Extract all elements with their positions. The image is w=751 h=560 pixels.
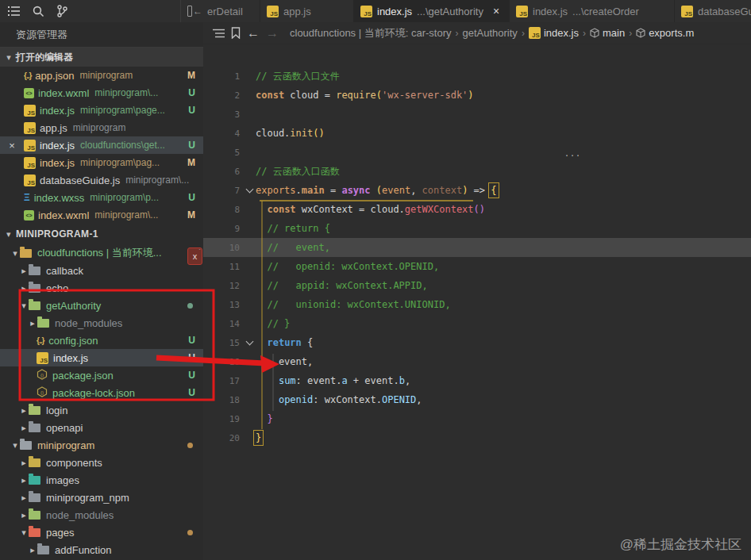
git-branch-icon[interactable] bbox=[54, 3, 70, 19]
tree-item-pages[interactable]: ▾pages bbox=[0, 524, 203, 541]
breadcrumb-segment[interactable]: getAuthority bbox=[463, 27, 518, 39]
code-line-20[interactable]: 20} bbox=[203, 428, 751, 447]
folder-icon bbox=[28, 300, 41, 311]
tab-index-js-getAuthority[interactable]: JSindex.js...\getAuthority× bbox=[354, 0, 510, 22]
chevron-right-icon[interactable]: ▸ bbox=[20, 475, 28, 485]
line-number: 9 bbox=[203, 224, 243, 234]
open-editor-item-index.js[interactable]: JSindex.jsminiprogram\pag...M bbox=[0, 154, 203, 171]
chevron-down-icon[interactable]: ▾ bbox=[11, 440, 19, 451]
tab-erDetail[interactable]: ←erDetail bbox=[181, 0, 260, 22]
fold-chevron-icon[interactable] bbox=[243, 189, 256, 192]
open-editors-header[interactable]: ▾ 打开的编辑器 bbox=[0, 48, 203, 67]
code-editor[interactable]: 1// 云函数入口文件2const cloud = require('wx-se… bbox=[203, 44, 751, 560]
code-line-15[interactable]: 15 return { bbox=[203, 333, 751, 352]
open-editor-item-app.js[interactable]: JSapp.jsminiprogram bbox=[0, 119, 203, 136]
code-line-8[interactable]: 8 const wxContext = cloud.getWXContext() bbox=[203, 200, 751, 219]
chevron-down-icon[interactable]: ▾ bbox=[20, 527, 28, 538]
token: exports bbox=[256, 185, 296, 196]
outline-list-icon[interactable] bbox=[213, 29, 225, 38]
tree-item-addFunction[interactable]: ▸addFunction bbox=[0, 541, 203, 558]
tree-item-getAuthority[interactable]: ▾getAuthority bbox=[0, 297, 203, 314]
breadcrumb-segment[interactable]: main bbox=[590, 27, 625, 39]
chevron-down-icon[interactable]: ▾ bbox=[20, 301, 28, 311]
code-line-9[interactable]: 9 // return { bbox=[203, 219, 751, 238]
tree-item-miniprogram[interactable]: ▾miniprogram bbox=[0, 436, 203, 454]
chevron-right-icon[interactable]: ▸ bbox=[20, 283, 28, 293]
tab-databaseGu[interactable]: JSdatabaseGu bbox=[675, 0, 751, 22]
chevron-right-icon[interactable]: ▸ bbox=[20, 510, 28, 520]
code-text: // } bbox=[256, 318, 290, 329]
code-line-1[interactable]: 1// 云函数入口文件 bbox=[203, 67, 751, 86]
code-text: // appid: wxContext.APPID, bbox=[256, 280, 428, 291]
tab-app-js[interactable]: JSapp.js bbox=[260, 0, 354, 22]
open-editor-item-databaseGuide.js[interactable]: JSdatabaseGuide.jsminiprogram\... bbox=[0, 171, 203, 189]
tree-item-node_modules[interactable]: ▸node_modules bbox=[0, 314, 203, 332]
code-line-5[interactable]: 5 bbox=[203, 143, 751, 162]
bookmark-icon[interactable] bbox=[231, 27, 241, 39]
tree-item-cloudfunctions-[interactable]: ▾cloudfunctions | 当前环境... bbox=[0, 244, 203, 262]
tree-item-openapi[interactable]: ▸openapi bbox=[0, 419, 203, 436]
tree-item-miniprogram_npm[interactable]: ▸miniprogram_npm bbox=[0, 489, 203, 506]
tree-item-echo[interactable]: ▸echo bbox=[0, 279, 203, 297]
tree-item-login[interactable]: ▸login bbox=[0, 401, 203, 419]
chevron-right-icon[interactable]: ▸ bbox=[29, 318, 37, 328]
menu-icon[interactable] bbox=[6, 3, 22, 19]
open-editor-item-index.wxss[interactable]: Ξindex.wxssminiprogram\p...U bbox=[0, 189, 203, 206]
code-line-10[interactable]: 10 // event, bbox=[203, 238, 751, 257]
parameter-hint-dots: ··· bbox=[564, 152, 581, 160]
tree-item-components[interactable]: ▸components bbox=[0, 454, 203, 471]
code-line-18[interactable]: 18 openid: wxContext.OPENID, bbox=[203, 390, 751, 409]
tree-item-callback[interactable]: ▸callback bbox=[0, 262, 203, 279]
code-line-19[interactable]: 19 } bbox=[203, 409, 751, 428]
tree-item-index-js[interactable]: JSindex.jsU bbox=[0, 349, 203, 366]
breadcrumb: cloudfunctions | 当前环境: car-story›getAuth… bbox=[290, 26, 694, 40]
token bbox=[371, 185, 376, 196]
tree-item-node_modules[interactable]: ▸node_modules bbox=[0, 506, 203, 524]
tree-item-package-json[interactable]: {}package.jsonU bbox=[0, 366, 203, 384]
breadcrumb-segment[interactable]: JSindex.js bbox=[529, 27, 579, 39]
chevron-right-icon[interactable]: ▸ bbox=[29, 545, 37, 555]
chevron-right-icon[interactable]: ▸ bbox=[20, 423, 28, 433]
tree-item-package-lock-json[interactable]: {}package-lock.jsonU bbox=[0, 384, 203, 401]
tab-index-js-createOrder[interactable]: JSindex.js...\createOrder bbox=[510, 0, 675, 22]
file-path: miniprogram\page... bbox=[80, 105, 165, 116]
code-line-4[interactable]: 4cloud.init() bbox=[203, 124, 751, 143]
code-line-12[interactable]: 12 // appid: wxContext.APPID, bbox=[203, 276, 751, 295]
navigate-back-icon[interactable]: ← bbox=[247, 26, 260, 40]
project-section-header[interactable]: ▾ MINIPROGRAM-1 bbox=[0, 224, 203, 244]
code-line-11[interactable]: 11 // openid: wxContext.OPENID, bbox=[203, 257, 751, 276]
chevron-right-icon[interactable]: ▸ bbox=[20, 493, 28, 503]
tree-item-config-json[interactable]: {..}config.jsonU bbox=[0, 332, 203, 349]
close-icon[interactable]: × bbox=[0, 140, 24, 152]
search-icon[interactable] bbox=[30, 3, 46, 19]
chevron-right-icon[interactable]: ▸ bbox=[20, 458, 28, 468]
chevron-down-icon[interactable]: ▾ bbox=[11, 248, 19, 259]
token: ( bbox=[376, 90, 382, 101]
open-editor-item-index.js[interactable]: JSindex.jsminiprogram\page...U bbox=[0, 102, 203, 119]
open-editor-item-index.js[interactable]: ×JSindex.jscloudfunctions\get...U bbox=[0, 136, 203, 154]
file-path: cloudfunctions\get... bbox=[80, 140, 165, 151]
title-bar: ←erDetailJSapp.jsJSindex.js...\getAuthor… bbox=[0, 0, 751, 22]
open-editor-item-app.json[interactable]: {..}app.jsonminiprogramM bbox=[0, 67, 203, 84]
code-line-14[interactable]: 14 // } bbox=[203, 314, 751, 333]
fold-chevron-icon[interactable] bbox=[243, 341, 256, 344]
chevron-right-icon[interactable]: ▸ bbox=[20, 266, 28, 276]
open-editor-item-index.wxml[interactable]: <>index.wxmlminiprogram\...M bbox=[0, 206, 203, 224]
navigate-forward-icon[interactable]: → bbox=[266, 26, 279, 40]
code-line-13[interactable]: 13 // unionid: wxContext.UNIONID, bbox=[203, 295, 751, 314]
breadcrumb-segment[interactable]: cloudfunctions | 当前环境: car-story bbox=[290, 26, 452, 40]
code-line-16[interactable]: 16 event, bbox=[203, 352, 751, 371]
code-line-2[interactable]: 2const cloud = require('wx-server-sdk') bbox=[203, 86, 751, 105]
folder-icon bbox=[28, 422, 41, 433]
code-line-6[interactable]: 6// 云函数入口函数 bbox=[203, 162, 751, 181]
tab-close-icon[interactable]: × bbox=[493, 5, 499, 17]
chevron-right-icon[interactable]: ▸ bbox=[20, 405, 28, 416]
file-path: miniprogram bbox=[73, 122, 126, 133]
token: ( bbox=[376, 185, 382, 196]
code-line-7[interactable]: 7exports.main = async (event, context) =… bbox=[203, 181, 751, 200]
open-editor-item-index.wxml[interactable]: <>index.wxmlminiprogram\...U bbox=[0, 84, 203, 102]
code-line-17[interactable]: 17 sum: event.a + event.b, bbox=[203, 371, 751, 390]
breadcrumb-segment[interactable]: exports.m bbox=[636, 27, 694, 39]
code-line-3[interactable]: 3 bbox=[203, 105, 751, 124]
tree-item-images[interactable]: ▸images bbox=[0, 471, 203, 489]
